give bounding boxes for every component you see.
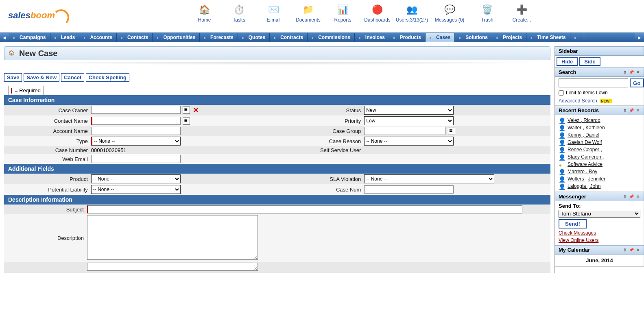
- case-num-input[interactable]: [364, 185, 454, 194]
- check-spelling-button[interactable]: Check Spelling: [86, 73, 129, 82]
- recent-link[interactable]: Gaelan De Wolf: [568, 139, 602, 145]
- calendar-close-icon[interactable]: ✕: [635, 248, 640, 252]
- tab-leads[interactable]: ▫Leads: [50, 33, 80, 42]
- recent-item: 👤Renee Cooper ,: [559, 146, 640, 153]
- search-up-icon[interactable]: ⇧: [622, 70, 627, 75]
- case-owner-input[interactable]: [91, 106, 181, 114]
- dashboards-nav[interactable]: 🔴Dashboards: [360, 3, 395, 23]
- tab-contacts[interactable]: ▫Contacts: [117, 33, 153, 42]
- contact-name-lookup-icon[interactable]: [183, 118, 190, 125]
- tab-more[interactable]: ▫: [570, 33, 584, 42]
- tab-contracts[interactable]: ▫Contracts: [270, 33, 308, 42]
- nav-scroll-right[interactable]: ▶: [635, 33, 644, 42]
- sidebar-hide-button[interactable]: Hide: [557, 57, 578, 66]
- tab-label: Time Sheets: [537, 35, 565, 40]
- case-owner-clear-icon[interactable]: ✕: [193, 106, 199, 114]
- priority-select[interactable]: Low: [364, 116, 454, 125]
- tab-campaigns[interactable]: ▫Campaigns: [9, 33, 50, 42]
- case-reason-select[interactable]: -- None --: [364, 137, 454, 146]
- documents-nav[interactable]: 📁Documents: [291, 3, 325, 23]
- tab-solutions[interactable]: ▫Solutions: [455, 33, 492, 42]
- recent-link[interactable]: Laloggia , John: [568, 183, 600, 189]
- recent-link[interactable]: Software Advice: [568, 161, 603, 167]
- recent-link[interactable]: Marrero , Roy: [568, 169, 597, 174]
- type-select[interactable]: -- None --: [91, 137, 181, 146]
- cancel-button[interactable]: Cancel: [61, 73, 84, 82]
- tab-commissions[interactable]: ▫Commissions: [308, 33, 355, 42]
- recent-panel-body: 👤Velez , Ricardo👤Walter , Kathleen👤Kenny…: [555, 115, 644, 192]
- calendar-up-icon[interactable]: ⇧: [622, 248, 627, 252]
- send-button[interactable]: Send!: [559, 219, 587, 228]
- case-number-value: 000010020951: [90, 146, 277, 154]
- save-new-button[interactable]: Save & New: [24, 73, 59, 82]
- recent-close-icon[interactable]: ✕: [635, 108, 640, 113]
- tab-accounts[interactable]: ▫Accounts: [79, 33, 117, 42]
- messages-nav[interactable]: 💬Messages (0): [429, 3, 470, 23]
- recent-link[interactable]: Wolters , Jennifer: [568, 176, 605, 182]
- search-close-icon[interactable]: ✕: [635, 70, 640, 75]
- tab-projects[interactable]: ▫Projects: [492, 33, 526, 42]
- subject-input[interactable]: [87, 205, 522, 213]
- sla-violation-select[interactable]: -- None --: [364, 174, 494, 183]
- tasks-nav[interactable]: ⏱️Tasks: [222, 3, 256, 23]
- case-group-lookup-icon[interactable]: [448, 128, 455, 135]
- messenger-up-icon[interactable]: ⇧: [622, 194, 627, 199]
- tab-opportunities[interactable]: ▫Opportunities: [153, 33, 200, 42]
- tasks-icon: ⏱️: [233, 3, 246, 16]
- users-label: Users:3/13(27): [396, 17, 428, 23]
- view-online-users-link[interactable]: View Online Users: [559, 237, 640, 243]
- limit-checkbox[interactable]: [559, 90, 564, 96]
- contact-name-input[interactable]: [91, 117, 181, 125]
- reports-nav[interactable]: 📊Reports: [325, 3, 360, 23]
- tab-quotes[interactable]: ▫Quotes: [238, 33, 270, 42]
- self-service-label: Self Service User: [277, 146, 363, 154]
- recent-up-icon[interactable]: ⇧: [622, 108, 627, 113]
- tab-invoices[interactable]: ▫Invoices: [355, 33, 389, 42]
- search-input[interactable]: [559, 78, 628, 87]
- users-nav[interactable]: 👥Users:3/13(27): [395, 3, 429, 23]
- recent-link[interactable]: Renee Cooper ,: [568, 147, 602, 152]
- account-name-input[interactable]: [91, 127, 181, 135]
- search-pin-icon[interactable]: 📌: [629, 70, 634, 75]
- recent-pin-icon[interactable]: 📌: [629, 108, 634, 113]
- tab-icon: ▫: [274, 35, 279, 40]
- recent-link[interactable]: Velez , Ricardo: [568, 118, 600, 123]
- trash-nav[interactable]: 🗑️Trash: [470, 3, 504, 23]
- recent-link[interactable]: Walter , Kathleen: [568, 125, 605, 131]
- status-select[interactable]: New: [364, 106, 454, 115]
- advanced-search-link[interactable]: Advanced Search: [559, 98, 597, 104]
- sidebar: Sidebar Hide Side Search ⇧📌✕ Go Limit to…: [554, 46, 644, 273]
- logo[interactable]: salesboom: [8, 3, 81, 28]
- product-select[interactable]: -- None --: [91, 174, 181, 183]
- sidebar-title: Sidebar: [559, 48, 578, 54]
- recent-link[interactable]: Kenny , Daniel: [568, 132, 599, 138]
- search-go-button[interactable]: Go: [630, 78, 644, 87]
- save-button[interactable]: Save: [4, 73, 22, 82]
- create-nav[interactable]: ➕Create...: [504, 3, 539, 23]
- tab-forecasts[interactable]: ▫Forecasts: [200, 33, 238, 42]
- required-label: = Required: [15, 87, 41, 94]
- tab-time-sheets[interactable]: ▫Time Sheets: [526, 33, 570, 42]
- check-messages-link[interactable]: Check Messages: [559, 230, 640, 236]
- recent-link[interactable]: Stacy Cameron ,: [568, 154, 604, 160]
- recent-item: 👤Marrero , Roy: [559, 168, 640, 175]
- messenger-pin-icon[interactable]: 📌: [629, 194, 634, 199]
- potential-liability-select[interactable]: -- None --: [91, 185, 181, 194]
- case-owner-lookup-icon[interactable]: [183, 107, 190, 114]
- recent-panel-header: Recent Records ⇧📌✕: [555, 106, 644, 115]
- send-to-select[interactable]: Tom Stefano: [559, 210, 640, 218]
- tab-products[interactable]: ▫Products: [389, 33, 426, 42]
- messenger-close-icon[interactable]: ✕: [635, 194, 640, 199]
- calendar-pin-icon[interactable]: 📌: [629, 248, 634, 252]
- home-nav[interactable]: 🏠Home: [187, 3, 222, 23]
- web-email-label: Web Email: [4, 154, 90, 164]
- web-email-input[interactable]: [91, 155, 181, 163]
- tab-cases[interactable]: ▫Cases: [426, 33, 455, 42]
- extra-textarea[interactable]: [87, 263, 258, 271]
- case-group-input[interactable]: [364, 127, 445, 135]
- description-textarea[interactable]: [87, 215, 258, 260]
- sidebar-side-button[interactable]: Side: [579, 57, 600, 66]
- email-nav[interactable]: ✉️E-mail: [256, 3, 291, 23]
- nav-scroll-left[interactable]: ◀: [0, 33, 9, 42]
- tab-icon: ▫: [393, 35, 399, 40]
